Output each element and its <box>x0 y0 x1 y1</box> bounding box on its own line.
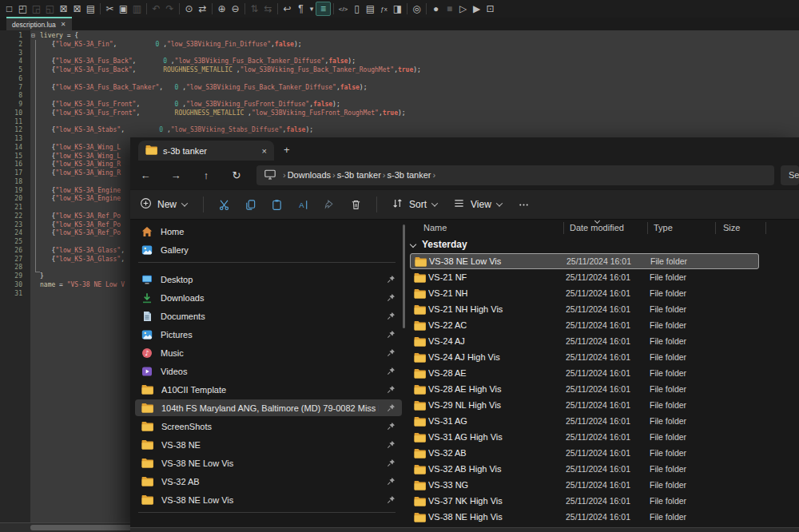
file-row-vs-21-nh[interactable]: VS-21 NH25/11/2024 16:01File folder <box>410 285 759 301</box>
tab-description-lua[interactable]: description.lua ✕ <box>6 17 72 30</box>
rename-button[interactable]: A <box>297 199 309 211</box>
file-row-vs-32-ab[interactable]: VS-32 AB25/11/2024 16:01File folder <box>410 445 759 461</box>
copy-button[interactable] <box>244 199 256 211</box>
tab-close-icon[interactable]: ✕ <box>61 21 66 28</box>
file-row-vs-31-ag[interactable]: VS-31 AG25/11/2024 16:01File folder <box>410 413 759 429</box>
address-bar[interactable]: ›Downloads›s-3b tanker›s-3b tanker› <box>256 165 774 185</box>
file-row-vs-33-ng[interactable]: VS-33 NG25/11/2024 16:01File folder <box>410 477 759 493</box>
zoom-out-icon[interactable]: ⊖ <box>229 2 242 16</box>
code-view-icon[interactable]: </> <box>336 2 350 16</box>
new-file-icon[interactable]: □ <box>2 2 16 16</box>
replace-icon[interactable]: ⇄ <box>196 2 209 16</box>
file-row-vs-21-nh-high-vis[interactable]: VS-21 NH High Vis25/11/2024 16:01File fo… <box>410 301 759 317</box>
macro-record-icon[interactable]: ● <box>429 2 443 16</box>
sidebar-item-pictures[interactable]: Pictures <box>135 326 402 343</box>
view-button[interactable]: View <box>453 197 502 212</box>
sidebar-item-104th-fs-maryland-ang-baltimore-md-79-00[interactable]: 104th FS Maryland ANG, Baltimore (MD) 79… <box>135 399 402 416</box>
open-file-icon[interactable]: ◰ <box>16 2 30 16</box>
file-row-vs-29-nl-high-vis[interactable]: VS-29 NL High Vis25/11/2024 16:01File fo… <box>410 397 759 413</box>
show-all-chars-icon[interactable]: ¶ <box>294 2 308 16</box>
column-divider[interactable] <box>715 222 716 234</box>
this-pc-icon[interactable] <box>264 169 276 181</box>
column-divider[interactable] <box>647 222 648 234</box>
file-row-vs-31-ag-high-vis[interactable]: VS-31 AG High Vis25/11/2024 16:01File fo… <box>410 429 759 445</box>
paste-icon[interactable]: ▥ <box>130 2 144 16</box>
sidebar-item-music[interactable]: ♪Music <box>135 344 402 361</box>
file-row-vs-38-ne-low-vis[interactable]: VS-38 NE Low Vis25/11/2024 16:01File fol… <box>410 253 759 269</box>
sidebar-scrollbar[interactable] <box>403 224 405 328</box>
column-header-name[interactable]: Name <box>423 223 447 232</box>
file-row-vs-38-ne-high-vis[interactable]: VS-38 NE High Vis25/11/2024 16:01File fo… <box>410 509 759 525</box>
monitoring-icon[interactable]: ◎ <box>410 2 423 16</box>
cut-button[interactable] <box>218 199 230 211</box>
search-input[interactable]: Searc <box>781 165 799 185</box>
refresh-button[interactable]: ↻ <box>221 169 252 181</box>
sidebar-item-vs-38-ne-low-vis[interactable]: VS-38 NE Low Vis <box>135 455 402 471</box>
macro-play-icon[interactable]: ▷ <box>456 2 470 16</box>
tab-close-icon[interactable]: × <box>262 146 267 156</box>
function-list-icon[interactable]: ƒx <box>377 2 391 16</box>
undo-icon[interactable]: ↶ <box>149 2 163 16</box>
save-icon[interactable]: ◲ <box>30 2 43 16</box>
copy-icon[interactable]: ▣ <box>117 2 130 16</box>
file-row-vs-28-ae[interactable]: VS-28 AE25/11/2024 16:01File folder <box>410 365 759 381</box>
breadcrumb-item[interactable]: Downloads <box>288 170 331 180</box>
macro-save-icon[interactable]: ⊡ <box>483 2 497 16</box>
folder-workspace-icon[interactable]: ◨ <box>391 2 404 16</box>
close-icon[interactable]: ⊠ <box>57 2 70 16</box>
column-header-date-modified[interactable]: Date modified <box>570 223 624 232</box>
dropdown-arrow-icon[interactable]: ▾ <box>308 2 316 16</box>
find-icon[interactable]: ⊙ <box>182 2 196 16</box>
sidebar-item-videos[interactable]: Videos <box>135 363 402 379</box>
breadcrumb-item[interactable]: s-3b tanker <box>337 170 381 180</box>
sidebar-item-vs-32-ab[interactable]: VS-32 AB <box>135 473 402 490</box>
file-row-vs-21-nf[interactable]: VS-21 NF25/11/2024 16:01File folder <box>410 269 759 285</box>
file-row-vs-28-ae-high-vis[interactable]: VS-28 AE High Vis25/11/2024 16:01File fo… <box>410 381 759 397</box>
cut-icon[interactable]: ✂ <box>103 2 117 16</box>
group-header[interactable]: Yesterday <box>411 239 467 250</box>
share-button[interactable] <box>324 199 336 211</box>
paste-button[interactable] <box>271 199 283 211</box>
redo-icon[interactable]: ↷ <box>163 2 177 16</box>
explorer-tab[interactable]: s-3b tanker × <box>138 141 274 161</box>
file-row-vs-32-ab-high-vis[interactable]: VS-32 AB High Vis25/11/2024 16:01File fo… <box>410 461 759 477</box>
zoom-in-icon[interactable]: ⊕ <box>215 2 229 16</box>
document-list-icon[interactable]: ▤ <box>364 2 377 16</box>
sort-button[interactable]: Sort <box>392 197 437 212</box>
up-button[interactable]: ↑ <box>191 169 221 181</box>
save-all-icon[interactable]: ◱ <box>43 2 57 16</box>
file-row-vs-22-ac[interactable]: VS-22 AC25/11/2024 16:01File folder <box>410 317 759 333</box>
sync-horizontal-icon[interactable]: ⇆ <box>261 2 275 16</box>
sidebar-item-vs-38-ne[interactable]: VS-38 NE <box>135 436 402 453</box>
document-map-icon[interactable]: ▯ <box>350 2 364 16</box>
column-header-type[interactable]: Type <box>654 223 673 232</box>
sidebar-item-a10cii-template[interactable]: A10CII Template <box>135 381 402 398</box>
macro-multi-run-icon[interactable]: ▶ <box>470 2 483 16</box>
column-divider[interactable] <box>563 222 564 234</box>
breadcrumb-item[interactable]: s-3b tanker <box>387 170 431 180</box>
new-button[interactable]: New <box>140 197 187 212</box>
forward-button[interactable]: → <box>161 169 191 181</box>
file-row-vs-37-nk-high-vis[interactable]: VS-37 NK High Vis25/11/2024 16:01File fo… <box>410 493 759 509</box>
file-row-vs-24-aj-high-vis[interactable]: VS-24 AJ High Vis25/11/2024 16:01File fo… <box>410 349 759 365</box>
sidebar-item-gallery[interactable]: Gallery <box>135 241 402 258</box>
sidebar-item-downloads[interactable]: Downloads <box>135 289 402 306</box>
sidebar-item-vs-38-ne-low-vis[interactable]: VS-38 NE Low Vis <box>135 491 402 508</box>
new-tab-button[interactable]: + <box>284 144 290 156</box>
close-all-icon[interactable]: ⊠ <box>70 2 84 16</box>
sidebar-item-desktop[interactable]: Desktop <box>135 271 402 288</box>
macro-stop-icon[interactable]: ■ <box>443 2 456 16</box>
word-wrap-icon[interactable]: ↩ <box>280 2 294 16</box>
column-divider[interactable] <box>765 222 766 234</box>
more-options-button[interactable] <box>518 199 530 211</box>
print-icon[interactable]: ▤ <box>84 2 97 16</box>
delete-button[interactable] <box>350 199 362 211</box>
sync-vertical-icon[interactable]: ⇅ <box>248 2 261 16</box>
sidebar-item-documents[interactable]: Documents <box>135 308 402 324</box>
indent-guide-icon[interactable]: ≡ <box>316 2 331 16</box>
file-row-vs-24-aj[interactable]: VS-24 AJ25/11/2024 16:01File folder <box>410 333 759 349</box>
sidebar-item-screenshots[interactable]: ScreenShots <box>135 418 402 435</box>
column-header-size[interactable]: Size <box>723 223 740 232</box>
back-button[interactable]: ← <box>130 169 161 181</box>
sidebar-item-home[interactable]: Home <box>135 223 402 240</box>
